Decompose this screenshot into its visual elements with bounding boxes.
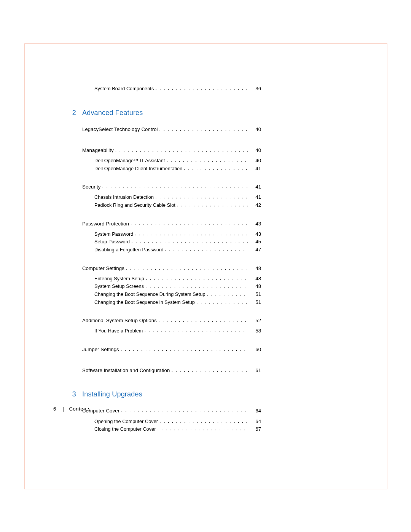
toc-leader-dots [121, 347, 248, 351]
toc-entry[interactable]: Entering System Setup48 [94, 276, 261, 281]
toc-entry-page: 41 [250, 195, 261, 200]
toc-entry[interactable]: Security41 [82, 184, 261, 189]
section-heading[interactable]: 2Advanced Features [63, 109, 261, 117]
toc-entry-label: Dell OpenManage™ IT Assistant [94, 158, 165, 163]
toc-leader-dots [184, 166, 248, 170]
toc-leader-dots [155, 195, 248, 199]
toc-entry[interactable]: Padlock Ring and Security Cable Slot42 [94, 203, 261, 208]
toc-entry[interactable]: Manageability40 [82, 148, 261, 153]
section-number: 3 [63, 390, 76, 398]
toc-entry[interactable]: Password Protection43 [82, 221, 261, 226]
toc-leader-dots [166, 158, 248, 162]
toc-leader-dots [207, 292, 248, 296]
toc-entry-label: Padlock Ring and Security Cable Slot [94, 203, 175, 208]
toc-entry-page: 48 [250, 266, 261, 271]
toc-leader-dots [158, 318, 248, 322]
toc-entry-page: 64 [250, 408, 261, 413]
toc-entry-label: Jumper Settings [82, 347, 119, 352]
toc-leader-dots [135, 232, 248, 236]
toc-group-spacer [63, 336, 261, 342]
toc-leader-dots [177, 203, 248, 207]
toc-entry-label: Additional System Setup Options [82, 318, 157, 323]
toc-entry[interactable]: Dell OpenManage™ IT Assistant40 [94, 158, 261, 163]
toc-entry[interactable]: Software Installation and Configuration6… [82, 368, 261, 373]
toc-entry-label: Changing the Boot Sequence During System… [94, 292, 206, 297]
toc-entry[interactable]: Computer Settings48 [82, 266, 261, 271]
toc-entry-label: Dell OpenManage Client Instrumentation [94, 166, 182, 171]
toc-entry-page: 40 [250, 127, 261, 132]
toc-entry-page: 41 [250, 166, 261, 171]
toc-entry-label: Software Installation and Configuration [82, 368, 170, 373]
toc-entry-page: 45 [250, 239, 261, 244]
toc-entry-page: 40 [250, 158, 261, 163]
toc-entry-label: System Board Components [94, 86, 154, 91]
toc-entry-label: LegacySelect Technology Control [82, 127, 158, 132]
toc-leader-dots [121, 408, 248, 412]
toc-entry-label: Changing the Boot Sequence in System Set… [94, 300, 195, 305]
footer-label: Contents [69, 406, 91, 412]
toc-entry-page: 60 [250, 347, 261, 352]
toc-entry[interactable]: If You Have a Problem58 [94, 328, 261, 334]
section-number: 2 [63, 109, 76, 117]
toc-entry-label: Computer Settings [82, 266, 124, 271]
toc-entry-label: System Password [94, 232, 133, 237]
toc-entry-label: Entering System Setup [94, 276, 144, 281]
toc-group-spacer [63, 137, 261, 142]
toc-entry-page: 43 [250, 221, 261, 226]
toc-leader-dots [158, 427, 249, 431]
toc-leader-dots [171, 368, 248, 372]
toc-entry-label: Opening the Computer Cover [94, 419, 158, 424]
toc-leader-dots [144, 328, 248, 332]
section-title: Advanced Features [82, 109, 143, 117]
toc-entry-label: System Setup Screens [94, 284, 144, 289]
toc-entry[interactable]: LegacySelect Technology Control40 [82, 127, 261, 132]
toc-entry-page: 40 [250, 148, 261, 153]
toc-entry[interactable]: Disabling a Forgotten Password47 [94, 247, 261, 252]
toc-entry[interactable]: Jumper Settings60 [82, 347, 261, 352]
toc-entry-page: 67 [250, 427, 261, 431]
toc-entry[interactable]: Computer Cover64 [82, 408, 261, 413]
toc-entry-page: 42 [250, 203, 261, 208]
section-heading[interactable]: 3Installing Upgrades [63, 390, 261, 398]
toc-group-spacer [63, 255, 261, 260]
toc-leader-dots [196, 300, 248, 304]
toc-entry[interactable]: Setup Password45 [94, 239, 261, 244]
toc-entry-page: 47 [250, 247, 261, 252]
toc-entry-page: 48 [250, 276, 261, 281]
toc-entry-page: 48 [250, 284, 261, 289]
toc-leader-dots [102, 184, 248, 189]
toc-entry[interactable]: Additional System Setup Options52 [82, 318, 261, 323]
toc-entry-page: 64 [250, 419, 261, 424]
toc-entry-label: Disabling a Forgotten Password [94, 248, 164, 252]
toc-entry-page: 51 [250, 300, 261, 305]
toc-leader-dots [145, 284, 248, 288]
toc-entry[interactable]: System Board Components36 [94, 86, 261, 91]
toc-leader-dots [159, 419, 248, 423]
toc-group-spacer [63, 174, 261, 179]
toc-entry[interactable]: Dell OpenManage Client Instrumentation41 [94, 166, 261, 171]
toc-entry-label: If You Have a Problem [94, 329, 143, 334]
toc-entry-label: Closing the Computer Cover [94, 427, 156, 432]
toc-entry[interactable]: Opening the Computer Cover64 [94, 419, 261, 424]
toc-entry[interactable]: System Setup Screens48 [94, 284, 261, 289]
section-title: Installing Upgrades [82, 390, 142, 398]
toc-entry-page: 58 [250, 328, 261, 333]
toc-entry-label: Chassis Intrusion Detection [94, 195, 154, 200]
toc-entry[interactable]: System Password43 [94, 232, 261, 237]
toc-entry[interactable]: Chassis Intrusion Detection41 [94, 195, 261, 200]
toc-entry-label: Setup Password [94, 240, 130, 244]
toc-entry-page: 52 [250, 318, 261, 323]
footer-page-number: 6 [53, 406, 56, 412]
toc-entry-label: Manageability [82, 148, 114, 153]
toc-leader-dots [159, 127, 248, 131]
toc-entry-page: 41 [250, 184, 261, 189]
toc-entry-page: 43 [250, 232, 261, 236]
toc-leader-dots [146, 276, 248, 280]
toc-entry-page: 36 [250, 86, 261, 91]
toc-entry[interactable]: Changing the Boot Sequence in System Set… [94, 300, 261, 305]
toc-entry[interactable]: Closing the Computer Cover67 [94, 427, 261, 432]
toc-leader-dots [165, 247, 248, 251]
toc-entry[interactable]: Changing the Boot Sequence During System… [94, 292, 261, 297]
toc-group-spacer [63, 307, 261, 313]
toc-leader-dots [126, 266, 248, 270]
